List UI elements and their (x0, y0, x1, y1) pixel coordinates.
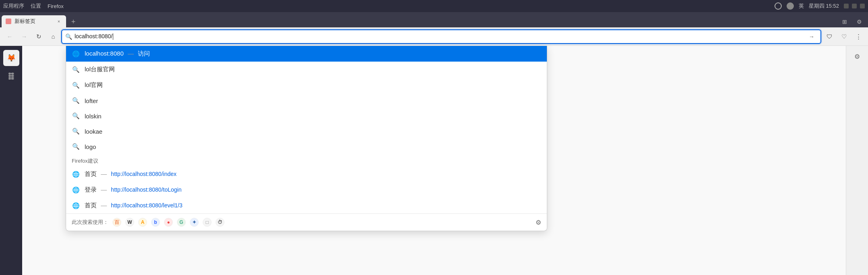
search-icon-5: 🔍 (72, 128, 80, 135)
dropdown-item-search-1[interactable]: 🔍 lol台服官网 (66, 62, 547, 77)
urlbar-cursor (113, 33, 113, 40)
search-icon-3: 🔍 (72, 97, 80, 104)
dropdown-firefox-suggestion-3[interactable]: 🌐 首页 — http://localhost:8080/level1/3 (66, 198, 547, 213)
urlbar-wrap: 🔍 localhost:8080/ → (61, 29, 821, 44)
back-button[interactable]: ← (3, 30, 16, 43)
titlebar-left: 应用程序 位置 Firefox (3, 2, 64, 10)
sidebar-item-newroad[interactable]: 🛤 (3, 68, 19, 85)
home-button[interactable]: ⌂ (47, 30, 60, 43)
tabbar-right-icons: ⊞ ⚙ (839, 16, 868, 27)
layout: 🦊 🛤 🌐 localhost:8080 — 访问 🔍 l (0, 46, 868, 275)
position-menu[interactable]: 位置 (31, 2, 41, 10)
sidebar: 🦊 🛤 (0, 46, 22, 275)
dropdown-firefox-suggestion-1[interactable]: 🌐 首页 — http://localhost:8080/index (66, 166, 547, 182)
titlebar: 应用程序 位置 Firefox 英 星期四 15:52 (0, 0, 868, 12)
navbar: ← → ↻ ⌂ 🔍 localhost:8080/ → 🛡 ♡ ⋮ (0, 27, 868, 46)
history-icon[interactable]: ⏱ (216, 218, 224, 227)
active-tab[interactable]: 新标签页 × (2, 15, 66, 27)
dropdown-item-search-4[interactable]: 🔍 lolskin (66, 108, 547, 124)
sidebar-item-firefox[interactable]: 🦊 (3, 50, 19, 66)
url-dropdown: 🌐 localhost:8080 — 访问 🔍 lol台服官网 🔍 lol官网 (66, 46, 547, 231)
bing-icon[interactable]: b (151, 218, 160, 227)
right-panel: ⚙ (846, 46, 868, 275)
titlebar-right: 英 星期四 15:52 (775, 2, 865, 10)
twitter-icon[interactable]: ✦ (190, 218, 199, 227)
urlbar-go-button[interactable]: → (806, 31, 817, 42)
dropdown-item-localhost[interactable]: 🌐 localhost:8080 — 访问 (66, 46, 547, 62)
user-icon (787, 2, 794, 10)
globe-icon-sug3: 🌐 (72, 202, 80, 209)
dropdown-firefox-suggestion-2[interactable]: 🌐 登录 — http://localhost:8080/toLogin (66, 182, 547, 198)
globe-icon-sug2: 🌐 (72, 186, 80, 194)
sidebar-toggle-button[interactable]: ⊞ (839, 16, 850, 27)
search-icon-1: 🔍 (72, 66, 80, 73)
bottom-search-bar: 此次搜索使用： 百 W A b ● G ✦ □ ⏱ ⚙ (66, 213, 547, 231)
urlbar-search-icon: 🔍 (65, 33, 72, 40)
new-tab-button[interactable]: + (68, 16, 79, 27)
search-icon-4: 🔍 (72, 112, 80, 120)
bookmark-button[interactable]: ♡ (837, 30, 850, 43)
bottom-search-label: 此次搜索使用： (72, 219, 108, 226)
tab-close-button[interactable]: × (56, 18, 62, 25)
urlbar[interactable]: 🔍 localhost:8080/ → (61, 29, 821, 44)
settings-button[interactable]: ⚙ (853, 16, 865, 27)
dropdown-item-text: localhost:8080 — 访问 (85, 50, 541, 58)
duckduckgo-icon[interactable]: ● (164, 218, 173, 227)
shield-button[interactable]: 🛡 (823, 30, 836, 43)
minimize-button[interactable] (844, 4, 849, 8)
globe-icon: 🌐 (72, 50, 80, 58)
dropdown-item-search-2[interactable]: 🔍 lol官网 (66, 77, 547, 93)
wikipedia-icon[interactable]: W (125, 218, 134, 227)
amazon-icon[interactable]: A (138, 218, 147, 227)
tab-favicon (6, 19, 11, 24)
baidu-icon[interactable]: 百 (112, 218, 121, 227)
apps-menu[interactable]: 应用程序 (3, 2, 24, 10)
close-button[interactable] (860, 4, 865, 8)
dropdown-item-search-3[interactable]: 🔍 lofter (66, 93, 547, 108)
lang-indicator: 英 (799, 2, 804, 10)
dropdown-item-search-6[interactable]: 🔍 logo (66, 139, 547, 154)
main-content: 🌐 localhost:8080 — 访问 🔍 lol台服官网 🔍 lol官网 (22, 46, 846, 275)
clipboard-icon[interactable]: □ (203, 218, 212, 227)
window-controls (844, 4, 865, 8)
search-icon-6: 🔍 (72, 143, 80, 150)
reload-button[interactable]: ↻ (32, 30, 45, 43)
extensions-button[interactable]: ⋮ (852, 30, 865, 43)
dropdown-item-search-5[interactable]: 🔍 lookae (66, 124, 547, 139)
google-icon[interactable]: G (177, 218, 186, 227)
navbar-right: 🛡 ♡ ⋮ (823, 30, 865, 43)
maximize-button[interactable] (852, 4, 857, 8)
forward-button[interactable]: → (18, 30, 31, 43)
datetime: 星期四 15:52 (809, 2, 839, 10)
right-panel-settings-button[interactable]: ⚙ (850, 49, 864, 64)
browser-menu[interactable]: Firefox (48, 3, 64, 9)
search-icon-2: 🔍 (72, 82, 80, 89)
urlbar-text[interactable]: localhost:8080/ (75, 33, 804, 40)
bottom-gear-icon[interactable]: ⚙ (536, 219, 541, 226)
tab-label: 新标签页 (15, 18, 52, 25)
globe-icon (775, 2, 782, 10)
firefox-suggestions-label: Firefox建议 (66, 154, 547, 166)
globe-icon-sug1: 🌐 (72, 171, 80, 178)
tabbar: 新标签页 × + ⊞ ⚙ (0, 12, 868, 27)
